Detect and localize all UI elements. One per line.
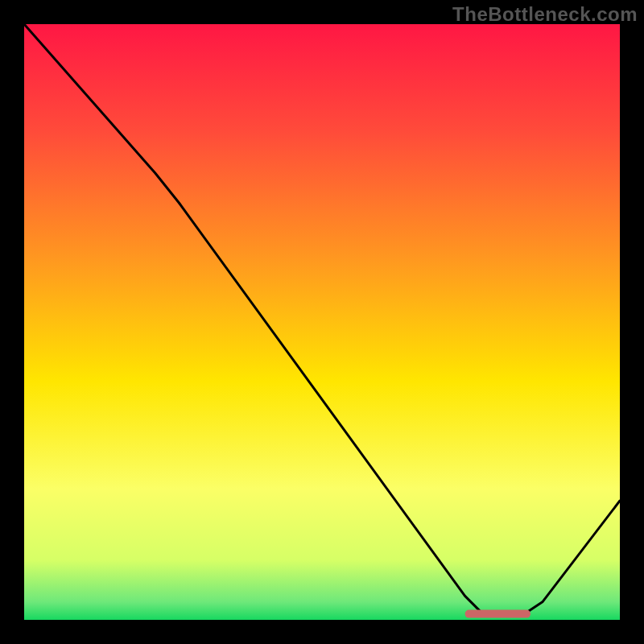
chart-frame bbox=[24, 24, 620, 620]
gradient-background bbox=[24, 24, 620, 620]
watermark-text: TheBottleneck.com bbox=[452, 3, 638, 26]
optimal-zone-marker bbox=[465, 610, 530, 618]
bottleneck-chart bbox=[24, 24, 620, 620]
